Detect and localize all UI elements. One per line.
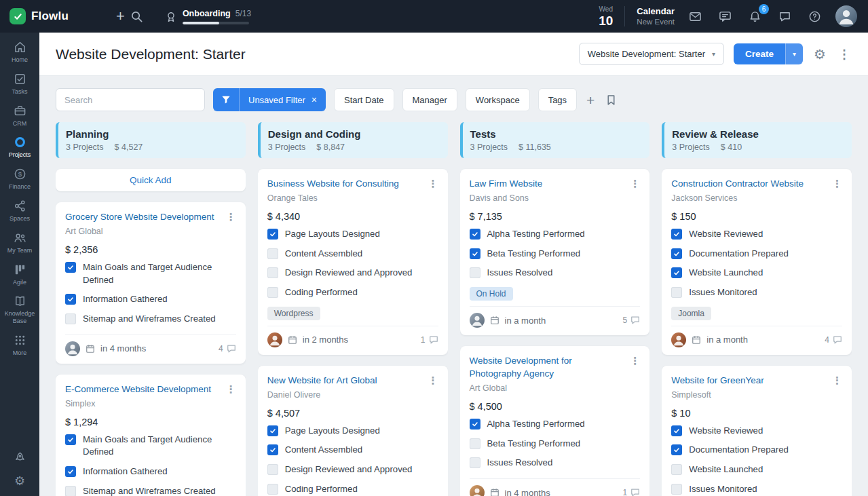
assignee-avatar[interactable]: [470, 485, 485, 496]
checklist-item[interactable]: Issues Resolved: [470, 263, 641, 283]
project-title-link[interactable]: Law Firm Website: [470, 178, 625, 191]
card-menu-icon[interactable]: ⋮: [226, 211, 236, 223]
checklist-item[interactable]: Issues Monitored: [671, 283, 842, 303]
card-menu-icon[interactable]: ⋮: [630, 178, 640, 190]
checkbox-checked-icon[interactable]: [671, 248, 682, 259]
checklist-item[interactable]: Content Assembled: [267, 440, 438, 460]
checkbox-unchecked-icon[interactable]: [470, 457, 480, 468]
save-filter-button[interactable]: [604, 93, 618, 107]
settings-button[interactable]: ⚙: [812, 46, 827, 62]
more-options-button[interactable]: ⋮: [837, 47, 852, 62]
mail-button[interactable]: [686, 7, 704, 26]
checklist-item[interactable]: Beta Testing Performed: [470, 244, 641, 264]
checkbox-checked-icon[interactable]: [671, 444, 682, 455]
checklist-item[interactable]: Page Layouts Designed: [267, 421, 438, 441]
sidebar-item-my-team[interactable]: My Team: [0, 227, 39, 259]
checkbox-checked-icon[interactable]: [671, 267, 682, 278]
project-title-link[interactable]: Grocery Store Website Development: [65, 211, 221, 224]
column-header[interactable]: Tests3 Projects$ 11,635: [460, 122, 650, 158]
filter-button-start-date[interactable]: Start Date: [334, 88, 394, 111]
calendar-shortcut[interactable]: Calendar New Event: [637, 6, 675, 27]
gear-icon[interactable]: ⚙: [14, 475, 25, 488]
topbar-add-button[interactable]: +: [113, 6, 128, 26]
card-menu-icon[interactable]: ⋮: [832, 178, 842, 190]
column-header[interactable]: Review & Release3 Projects$ 410: [662, 122, 852, 158]
assignee-avatar[interactable]: [267, 332, 282, 347]
checkbox-checked-icon[interactable]: [65, 262, 76, 273]
sidebar-item-home[interactable]: Home: [0, 37, 39, 69]
checkbox-unchecked-icon[interactable]: [267, 464, 278, 475]
checkbox-checked-icon[interactable]: [470, 248, 480, 259]
checkbox-unchecked-icon[interactable]: [470, 438, 480, 449]
user-avatar[interactable]: [835, 5, 857, 27]
comment-count[interactable]: 4: [219, 344, 236, 354]
tag-chip[interactable]: On Hold: [470, 287, 513, 301]
project-title-link[interactable]: Website for GreenYear: [671, 375, 827, 387]
checkbox-unchecked-icon[interactable]: [267, 484, 278, 495]
project-title-link[interactable]: Construction Contractor Website: [671, 178, 827, 191]
onboarding-widget[interactable]: Onboarding 5/13: [165, 9, 251, 24]
comment-count[interactable]: 4: [825, 335, 842, 345]
project-title-link[interactable]: Website Development for Photography Agen…: [470, 355, 625, 381]
active-filter-pill[interactable]: Unsaved Filter ×: [213, 88, 326, 111]
sidebar-item-finance[interactable]: $Finance: [0, 164, 39, 195]
add-filter-button[interactable]: +: [585, 92, 596, 109]
project-card[interactable]: Website Development for Photography Agen…: [460, 346, 650, 496]
project-card[interactable]: Business Website for Consulting⋮Orange T…: [258, 169, 448, 355]
checkbox-checked-icon[interactable]: [65, 294, 76, 305]
board-selector[interactable]: Website Development: Starter ▾: [579, 43, 724, 65]
checklist-item[interactable]: Coding Performed: [267, 480, 438, 496]
checklist-item[interactable]: Design Reviewed and Approved: [267, 460, 438, 480]
checklist-item[interactable]: Beta Testing Performed: [470, 434, 641, 454]
checkbox-unchecked-icon[interactable]: [267, 267, 278, 278]
checkbox-checked-icon[interactable]: [470, 419, 480, 430]
clear-filter-icon[interactable]: ×: [312, 95, 317, 104]
help-button[interactable]: [806, 7, 824, 26]
card-menu-icon[interactable]: ⋮: [630, 355, 640, 367]
create-dropdown-button[interactable]: ▾: [785, 43, 803, 64]
checkbox-unchecked-icon[interactable]: [671, 464, 682, 475]
card-menu-icon[interactable]: ⋮: [832, 375, 842, 387]
checkbox-unchecked-icon[interactable]: [671, 287, 682, 298]
assignee-avatar[interactable]: [470, 313, 485, 328]
checkbox-checked-icon[interactable]: [671, 425, 682, 436]
create-button[interactable]: Create: [734, 43, 785, 64]
sidebar-item-crm[interactable]: CRM: [0, 100, 39, 132]
search-input[interactable]: [56, 88, 205, 111]
sidebar-item-knowledge-base[interactable]: Knowledge Base: [0, 290, 39, 330]
checklist-item[interactable]: Information Gathered: [65, 290, 236, 309]
checklist-item[interactable]: Alpha Testing Performed: [470, 415, 641, 434]
comment-count[interactable]: 1: [421, 335, 438, 345]
checkbox-checked-icon[interactable]: [65, 466, 76, 477]
comment-count[interactable]: 1: [623, 488, 641, 496]
checkbox-unchecked-icon[interactable]: [65, 313, 76, 324]
project-card[interactable]: Construction Contractor Website⋮Jackson …: [662, 169, 852, 355]
checklist-item[interactable]: Website Reviewed: [671, 225, 842, 244]
checklist-item[interactable]: Main Goals and Target Audience Defined: [65, 258, 236, 290]
checklist-item[interactable]: Sitemap and Wireframes Created: [65, 309, 236, 329]
flowlu-brand[interactable]: Flowlu: [10, 8, 69, 24]
card-menu-icon[interactable]: ⋮: [428, 178, 438, 190]
assignee-avatar[interactable]: [671, 332, 686, 347]
topbar-search-button[interactable]: [128, 7, 146, 26]
checkbox-checked-icon[interactable]: [65, 434, 76, 445]
project-title-link[interactable]: Business Website for Consulting: [267, 178, 423, 191]
quick-add-button[interactable]: Quick Add: [56, 169, 246, 191]
checklist-item[interactable]: Alpha Testing Performed: [470, 225, 641, 244]
checklist-item[interactable]: Website Launched: [671, 263, 842, 283]
chat-button[interactable]: [776, 7, 794, 26]
project-title-link[interactable]: New Website for Art Global: [267, 375, 423, 387]
checkbox-checked-icon[interactable]: [267, 444, 278, 455]
checklist-item[interactable]: Website Reviewed: [671, 421, 842, 441]
comment-count[interactable]: 5: [623, 316, 641, 325]
funnel-icon[interactable]: [213, 88, 239, 111]
checkbox-checked-icon[interactable]: [671, 229, 682, 240]
date-badge[interactable]: Wed 10: [599, 6, 613, 27]
card-menu-icon[interactable]: ⋮: [226, 383, 236, 396]
column-header[interactable]: Planning3 Projects$ 4,527: [56, 122, 246, 158]
checklist-item[interactable]: Issues Resolved: [470, 453, 641, 473]
checkbox-checked-icon[interactable]: [470, 229, 480, 240]
checklist-item[interactable]: Documentation Prepared: [671, 440, 842, 460]
assignee-avatar[interactable]: [65, 341, 80, 356]
sidebar-item-spaces[interactable]: Spaces: [0, 195, 39, 227]
